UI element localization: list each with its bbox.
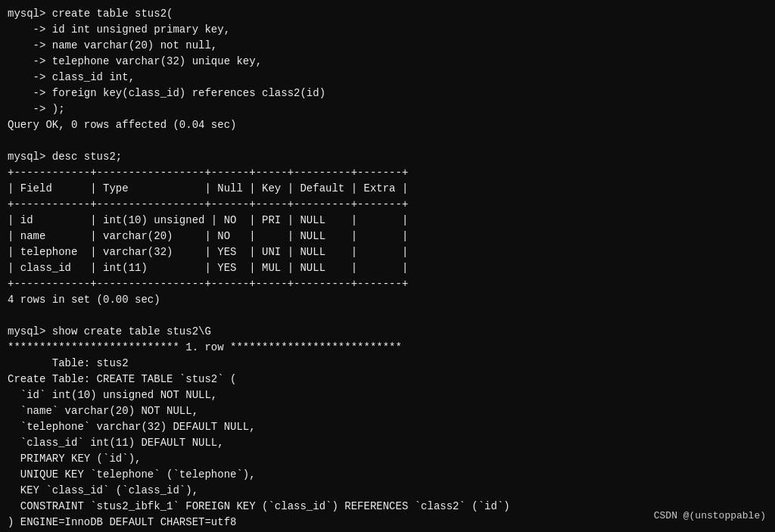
- terminal-output: mysql> create table stus2( -> id int uns…: [8, 6, 767, 532]
- watermark: CSDN @(unstoppable): [654, 509, 766, 524]
- terminal-window: mysql> create table stus2( -> id int uns…: [8, 6, 767, 526]
